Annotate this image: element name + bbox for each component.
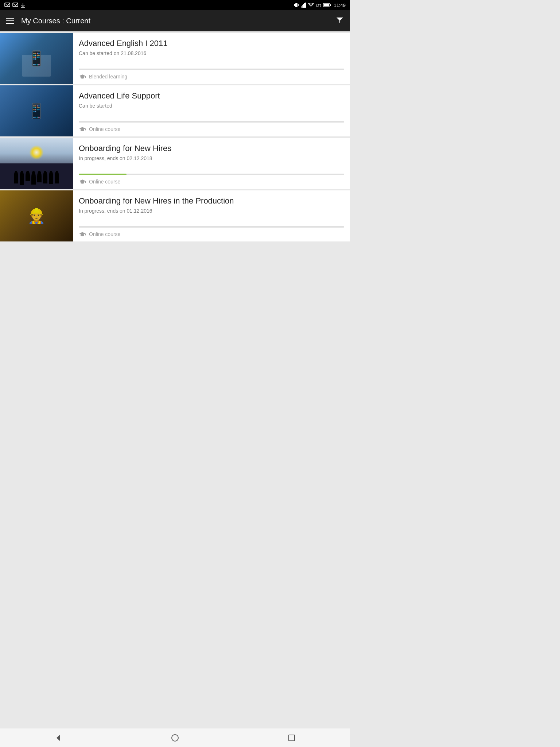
battery-icon <box>323 3 331 7</box>
list-item[interactable]: Onboarding for New Hires In progress, en… <box>0 138 350 189</box>
progress-bar-empty <box>79 226 344 228</box>
progress-bar-empty <box>79 121 344 123</box>
course-type: Online course <box>79 126 344 132</box>
vibrate-icon <box>294 3 299 8</box>
list-item[interactable]: Advanced English I 2011 Can be started o… <box>0 33 350 84</box>
email-icon <box>12 3 18 8</box>
svg-rect-4 <box>294 4 295 6</box>
svg-rect-0 <box>5 3 10 7</box>
svg-rect-7 <box>302 5 303 8</box>
page-title: My Courses : Current <box>21 17 90 25</box>
course-type-label: Online course <box>89 126 120 132</box>
list-item[interactable]: Advanced Life Support Can be started Onl… <box>0 85 350 136</box>
status-bar: LTE 11:49 <box>0 0 350 10</box>
course-thumbnail <box>0 190 73 241</box>
course-subtitle: In progress, ends on 01.12.2016 <box>79 208 344 214</box>
status-bar-left-icons <box>4 3 26 8</box>
course-info: Onboarding for New Hires In progress, en… <box>73 138 350 189</box>
course-title: Onboarding for New Hires <box>79 144 344 153</box>
graduation-cap-icon <box>79 74 86 80</box>
course-thumbnail <box>0 85 73 136</box>
graduation-cap-icon <box>79 179 86 185</box>
clock-time: 11:49 <box>334 3 346 8</box>
graduation-cap-icon <box>79 126 86 132</box>
course-thumbnail <box>0 33 73 84</box>
status-bar-right: LTE 11:49 <box>294 3 346 8</box>
svg-rect-8 <box>303 4 304 8</box>
course-type-label: Online course <box>89 179 120 185</box>
course-subtitle: Can be started <box>79 103 344 109</box>
progress-bar <box>79 174 344 175</box>
signal-icon <box>301 3 306 8</box>
course-info: Advanced Life Support Can be started Onl… <box>73 85 350 136</box>
list-item[interactable]: Onboarding for New Hires in the Producti… <box>0 190 350 241</box>
progress-bar-empty <box>79 69 344 70</box>
course-type: Online course <box>79 179 344 185</box>
svg-text:LTE: LTE <box>316 4 321 7</box>
download-icon <box>20 3 26 8</box>
wifi-icon <box>308 3 314 7</box>
app-bar: My Courses : Current <box>0 10 350 31</box>
progress-fill <box>79 174 127 175</box>
svg-rect-14 <box>324 4 329 7</box>
svg-rect-6 <box>301 6 302 8</box>
lte-icon: LTE <box>316 3 321 7</box>
svg-rect-9 <box>304 3 305 8</box>
course-list: Advanced English I 2011 Can be started o… <box>0 31 350 243</box>
course-title: Onboarding for New Hires in the Producti… <box>79 196 344 206</box>
course-thumbnail <box>0 138 73 189</box>
course-type-label: Online course <box>89 231 120 237</box>
course-type-label: Blended learning <box>89 74 127 80</box>
course-subtitle: In progress, ends on 02.12.2018 <box>79 155 344 161</box>
course-subtitle: Can be started on 21.08.2016 <box>79 50 344 56</box>
filter-icon <box>335 16 344 24</box>
course-info: Onboarding for New Hires in the Producti… <box>73 190 350 241</box>
course-title: Advanced Life Support <box>79 91 344 101</box>
course-info: Advanced English I 2011 Can be started o… <box>73 33 350 84</box>
svg-rect-3 <box>295 3 298 7</box>
course-type: Blended learning <box>79 74 344 80</box>
graduation-cap-icon <box>79 231 86 237</box>
menu-button[interactable] <box>6 18 14 24</box>
svg-rect-5 <box>298 4 299 6</box>
svg-rect-13 <box>330 4 331 6</box>
notification-icon <box>4 3 10 8</box>
course-type: Online course <box>79 231 344 237</box>
filter-button[interactable] <box>335 16 344 26</box>
svg-rect-1 <box>13 3 18 7</box>
app-bar-left: My Courses : Current <box>6 17 90 25</box>
svg-rect-10 <box>305 3 306 8</box>
course-title: Advanced English I 2011 <box>79 39 344 48</box>
